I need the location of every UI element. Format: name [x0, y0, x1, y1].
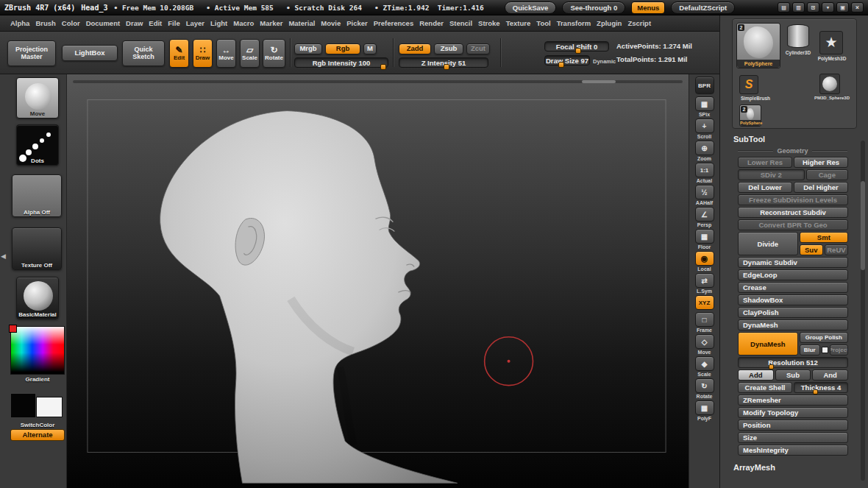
- zcut-button[interactable]: Zcut: [466, 43, 490, 54]
- see-through-slider[interactable]: See-through 0: [562, 1, 625, 14]
- gradient-swatch[interactable]: [10, 326, 65, 375]
- menu-picker[interactable]: Picker: [344, 17, 371, 29]
- menu-movie[interactable]: Movie: [318, 17, 344, 29]
- actual-size-icon[interactable]: 1:1: [695, 163, 714, 177]
- strip-item-zoom[interactable]: ⊕ Zoom: [695, 141, 714, 161]
- strip-item-rotate[interactable]: ↻ Rotate: [695, 378, 714, 399]
- crease-section[interactable]: Crease: [738, 282, 848, 293]
- menu-color[interactable]: Color: [59, 17, 83, 29]
- menu-draw[interactable]: Draw: [123, 17, 146, 29]
- lower-res-button[interactable]: Lower Res: [738, 157, 792, 168]
- create-shell-button[interactable]: Create Shell: [738, 382, 792, 393]
- zremesher-section[interactable]: ZRemesher: [738, 395, 848, 406]
- z-intensity-nub[interactable]: [444, 64, 449, 70]
- menu-render[interactable]: Render: [416, 17, 447, 29]
- draw-size-nub[interactable]: [558, 62, 564, 68]
- layout-icon[interactable]: ▥: [792, 2, 805, 13]
- strip-item-polyframe[interactable]: ▦ PolyF: [695, 400, 714, 421]
- menu-edit[interactable]: Edit: [146, 17, 165, 29]
- modify-topology-section[interactable]: Modify Topology: [738, 407, 848, 418]
- quicksave-button[interactable]: QuickSave: [505, 1, 557, 14]
- alpha-selector[interactable]: Alpha Off: [12, 174, 62, 217]
- higher-res-button[interactable]: Higher Res: [794, 157, 848, 168]
- suv-toggle[interactable]: Suv: [800, 244, 823, 255]
- polymesh3d-thumbnail[interactable]: ★: [819, 31, 843, 54]
- strip-item-persp[interactable]: ∠ Persp: [695, 207, 714, 227]
- restore-window-icon[interactable]: ▣: [836, 2, 849, 13]
- gyro-scale-icon[interactable]: ◆: [695, 356, 714, 371]
- alternate-button[interactable]: Alternate: [10, 429, 65, 441]
- menu-layer[interactable]: Layer: [183, 17, 207, 29]
- m-button[interactable]: M: [363, 43, 377, 54]
- thickness-nub[interactable]: [813, 389, 818, 395]
- menu-alpha[interactable]: Alpha: [7, 17, 32, 29]
- focal-shift-slider[interactable]: Focal Shift 0: [544, 41, 609, 52]
- cylinder3d-thumbnail[interactable]: [787, 24, 809, 48]
- menu-zplugin[interactable]: Zplugin: [594, 17, 625, 29]
- polyframe-icon[interactable]: ▦: [695, 400, 714, 415]
- secondary-color-swatch[interactable]: [36, 397, 63, 417]
- strip-item-frame[interactable]: □ Frame: [695, 312, 714, 333]
- edit-mode-button[interactable]: ✎ Edit: [169, 39, 189, 68]
- quick-sketch-button[interactable]: Quick Sketch: [122, 40, 165, 66]
- reuv-button[interactable]: ReUV: [825, 244, 848, 255]
- floor-grid-icon[interactable]: ▦: [695, 229, 714, 244]
- menu-material[interactable]: Material: [285, 17, 318, 29]
- rgb-intensity-slider[interactable]: Rgb Intensity 100: [294, 57, 388, 68]
- panel-scrollbar-thumb[interactable]: [861, 181, 865, 269]
- arraymesh-palette-header[interactable]: ArrayMesh: [733, 463, 847, 472]
- move-mode-button[interactable]: ↔ Move: [216, 39, 236, 68]
- menu-light[interactable]: Light: [207, 17, 230, 29]
- convert-bpr-button[interactable]: Convert BPR To Geo: [738, 219, 848, 230]
- strip-item-actual[interactable]: 1:1 Actual: [695, 163, 714, 183]
- aahalf-icon[interactable]: ½: [695, 185, 714, 199]
- menu-texture[interactable]: Texture: [503, 17, 534, 29]
- resolution-nub[interactable]: [769, 364, 774, 369]
- strip-item-move[interactable]: ◇ Move: [695, 334, 714, 355]
- main-color-swatch[interactable]: [10, 393, 36, 418]
- gyro-rotate-icon[interactable]: ↻: [695, 378, 714, 393]
- active-tool-thumbnail[interactable]: 2 PolySphere: [736, 23, 780, 68]
- rgb-intensity-nub[interactable]: [380, 64, 386, 70]
- texture-selector[interactable]: Texture Off: [12, 227, 62, 270]
- dynamesh-section-header[interactable]: DynaMesh: [738, 319, 848, 330]
- mrgb-button[interactable]: Mrgb: [294, 43, 322, 54]
- lock-icon[interactable]: ⊡: [807, 2, 819, 13]
- spix-icon[interactable]: ▦: [695, 96, 714, 111]
- menu-stroke[interactable]: Stroke: [475, 17, 503, 29]
- draw-mode-button[interactable]: ∷ Draw: [193, 39, 213, 68]
- dynamesh-button[interactable]: DynaMesh: [738, 332, 798, 356]
- draw-size-slider[interactable]: Draw Size 97: [544, 55, 590, 66]
- polysphere2-thumbnail[interactable]: 2 PolySphere: [739, 105, 761, 127]
- reconstruct-subdiv-button[interactable]: Reconstruct Subdiv: [738, 207, 848, 218]
- material-selector[interactable]: BasicMaterial: [16, 277, 59, 319]
- menu-marker[interactable]: Marker: [257, 17, 285, 29]
- head-model[interactable]: [160, 111, 458, 484]
- gyro-move-icon[interactable]: ◇: [695, 334, 714, 349]
- strip-item-scroll[interactable]: + Scroll: [695, 119, 714, 139]
- symmetry-icon[interactable]: ⇄: [695, 273, 714, 288]
- cage-button[interactable]: Cage: [806, 169, 848, 180]
- frame-icon[interactable]: □: [695, 312, 714, 327]
- projection-master-button[interactable]: Projection Master: [7, 40, 56, 66]
- collapse-icon[interactable]: ▾: [822, 2, 834, 13]
- sdiv-slider[interactable]: SDiv 2: [738, 169, 805, 180]
- thickness-slider[interactable]: Thickness 4: [794, 382, 848, 393]
- local-pivot-icon[interactable]: ◉: [695, 251, 714, 266]
- del-higher-button[interactable]: Del Higher: [794, 182, 848, 193]
- geometry-section-header[interactable]: Geometry: [738, 147, 847, 155]
- dynamic-subdiv-section[interactable]: Dynamic Subdiv: [738, 257, 848, 268]
- blur-button[interactable]: Blur: [800, 344, 820, 356]
- strip-item-xyz[interactable]: XYZ: [695, 295, 714, 311]
- palette-dock-icon[interactable]: ▤: [778, 2, 790, 13]
- simplebrush-thumbnail[interactable]: S: [739, 75, 758, 94]
- rotate-mode-button[interactable]: ↻ Rotate: [263, 39, 285, 68]
- menu-preferences[interactable]: Preferences: [371, 17, 416, 29]
- menus-button[interactable]: Menus: [631, 1, 665, 14]
- canvas-hscroll-thumb[interactable]: [582, 80, 616, 83]
- subtool-palette-header[interactable]: SubTool: [733, 135, 847, 144]
- xyz-axis-icon[interactable]: XYZ: [695, 295, 714, 310]
- mesh-integrity-section[interactable]: MeshIntegrity: [738, 445, 848, 456]
- scroll-icon[interactable]: +: [695, 119, 714, 133]
- strip-item-scale[interactable]: ◆ Scale: [695, 356, 714, 377]
